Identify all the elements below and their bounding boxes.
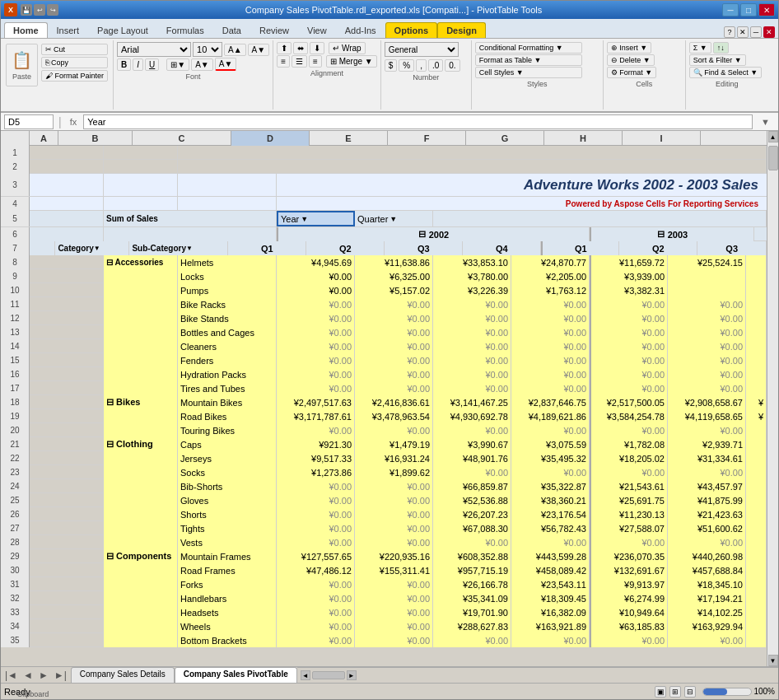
page-layout-view-button[interactable]: ⊞ [669, 686, 681, 698]
cell-5-rest[interactable] [433, 211, 767, 226]
comma-button[interactable]: , [416, 59, 427, 72]
col-H-header[interactable]: H [544, 131, 623, 146]
tab-page-layout[interactable]: Page Layout [88, 22, 157, 38]
val-8-j[interactable] [746, 255, 767, 269]
sort-filter-button[interactable]: Sort & Filter ▼ [689, 54, 746, 66]
sub-tights[interactable]: Tights [178, 521, 277, 535]
quarter-dropdown-arrow[interactable]: ▼ [390, 215, 397, 223]
val-8-f[interactable]: ¥33,853.10 [433, 255, 511, 269]
paste-button[interactable]: 📋 Paste [6, 44, 38, 86]
fill-color-button[interactable]: A▼ [191, 58, 213, 71]
cell-4-b[interactable] [104, 197, 178, 211]
name-box[interactable] [4, 114, 54, 129]
subcategory-header[interactable]: Sub-Category ▼ [129, 241, 228, 255]
formula-input[interactable] [83, 114, 753, 129]
scroll-up-button[interactable]: ▲ [768, 131, 778, 142]
maximize-button[interactable]: □ [740, 3, 757, 16]
val-9-g[interactable]: ¥2,205.00 [511, 269, 590, 283]
font-size-select[interactable]: 10 [193, 42, 222, 57]
val-9-d[interactable]: ¥0.00 [277, 269, 355, 283]
cell-6-a[interactable] [30, 227, 104, 241]
italic-button[interactable]: I [133, 58, 143, 71]
sub-road-bikes[interactable]: Road Bikes [178, 409, 277, 423]
page-break-view-button[interactable]: ⊟ [684, 686, 696, 698]
redo-icon[interactable]: ↪ [47, 4, 58, 16]
ribbon-close-button[interactable]: ✕ [737, 26, 749, 38]
cell-3-a[interactable] [30, 174, 104, 196]
collapse-2003-icon[interactable]: ⊟ [657, 229, 665, 240]
format-painter-button[interactable]: 🖌 Format Painter [41, 70, 108, 82]
sum-button[interactable]: Σ ▼ [689, 42, 711, 54]
cell-4-c[interactable] [178, 197, 277, 211]
tab-home[interactable]: Home [4, 22, 48, 38]
col-A-header[interactable]: A [30, 131, 58, 146]
val-9-j[interactable] [746, 269, 767, 283]
increase-font-button[interactable]: A▲ [224, 44, 246, 56]
val-8-d[interactable]: ¥4,945.69 [277, 255, 355, 269]
currency-button[interactable]: $ [385, 59, 398, 72]
scroll-down-button[interactable]: ▼ [768, 655, 778, 666]
val-9-e[interactable]: ¥6,325.00 [355, 269, 433, 283]
sub-helmets[interactable]: Helmets [178, 255, 277, 269]
sub-fenders[interactable]: Fenders [178, 353, 277, 367]
scroll-thumb-h[interactable] [312, 671, 345, 679]
category-accessories[interactable]: ⊟ Accessories [104, 255, 178, 269]
sub-locks[interactable]: Locks [178, 269, 277, 283]
help-button[interactable]: ? [724, 26, 735, 38]
tab-design[interactable]: Design [437, 22, 486, 38]
scroll-right-button[interactable]: ► [347, 670, 357, 680]
category-header[interactable]: Category ▼ [55, 241, 129, 255]
cell-3-b[interactable] [104, 174, 178, 196]
underline-button[interactable]: U [145, 58, 159, 71]
percent-button[interactable]: % [399, 59, 414, 72]
sheet-tab-details[interactable]: Company Sales Details [71, 667, 175, 683]
bold-button[interactable]: B [117, 58, 131, 71]
val-10-g[interactable]: ¥1,763.12 [511, 283, 590, 297]
cut-button[interactable]: ✂ Cut [41, 44, 108, 55]
sub-bib-shorts[interactable]: Bib-Shorts [178, 479, 277, 493]
cell-4-a[interactable] [30, 197, 104, 211]
sub-jerseys[interactable]: Jerseys [178, 451, 277, 465]
cell-styles-button[interactable]: Cell Styles ▼ [475, 67, 582, 78]
copy-button[interactable]: ⎘ Copy [41, 57, 108, 68]
cat-bikes[interactable]: ⊟ Bikes [104, 395, 178, 409]
sub-socks[interactable]: Socks [178, 465, 277, 479]
ribbon-minimize-button[interactable]: ─ [750, 26, 762, 38]
tab-formulas[interactable]: Formulas [157, 22, 213, 38]
sub-road-frames[interactable]: Road Frames [178, 563, 277, 577]
sheet-tab-pivot[interactable]: Company Sales PivotTable [175, 667, 297, 683]
tab-first-button[interactable]: |◄ [2, 670, 20, 681]
val-10-d[interactable]: ¥0.00 [277, 283, 355, 297]
sub-caps[interactable]: Caps [178, 437, 277, 451]
year-dropdown-arrow[interactable]: ▼ [301, 215, 308, 223]
sub-cleaners[interactable]: Cleaners [178, 339, 277, 353]
tab-prev-button[interactable]: ◄ [21, 670, 35, 681]
cat-clothing[interactable]: ⊟ Clothing [104, 437, 178, 451]
number-format-select[interactable]: General [385, 42, 459, 57]
sort-button[interactable]: ↑↓ [713, 42, 729, 54]
val-8-e[interactable]: ¥11,638.86 [355, 255, 433, 269]
decrease-decimal-button[interactable]: 0. [445, 59, 459, 72]
sub-touring-bikes[interactable]: Touring Bikes [178, 423, 277, 437]
col-I-header[interactable]: I [623, 131, 701, 146]
sub-bottom-brackets[interactable]: Bottom Brackets [178, 633, 277, 647]
tab-review[interactable]: Review [250, 22, 298, 38]
sub-hydration[interactable]: Hydration Packs [178, 367, 277, 381]
col-C-header[interactable]: C [133, 131, 231, 146]
tab-data[interactable]: Data [213, 22, 250, 38]
cell-2-b[interactable] [104, 160, 178, 174]
val-9-f[interactable]: ¥3,780.00 [433, 269, 511, 283]
vertical-scrollbar[interactable]: ▲ ▼ [767, 131, 778, 666]
cell-8-a[interactable] [30, 255, 104, 269]
format-as-table-button[interactable]: Format as Table ▼ [475, 54, 582, 66]
cell-2-a[interactable] [30, 160, 104, 174]
col-B-header[interactable]: B [58, 131, 133, 146]
font-color-button[interactable]: A▼ [215, 58, 237, 71]
val-8-h[interactable]: ¥11,659.72 [590, 255, 668, 269]
col-E-header[interactable]: E [310, 131, 388, 146]
cell-10-a[interactable] [30, 283, 104, 297]
sub-mtn-frames[interactable]: Mountain Frames [178, 549, 277, 563]
align-middle-button[interactable]: ⬌ [293, 42, 308, 54]
tab-next-button[interactable]: ► [36, 670, 51, 681]
quarter-field-cell[interactable]: Quarter ▼ [355, 211, 433, 226]
